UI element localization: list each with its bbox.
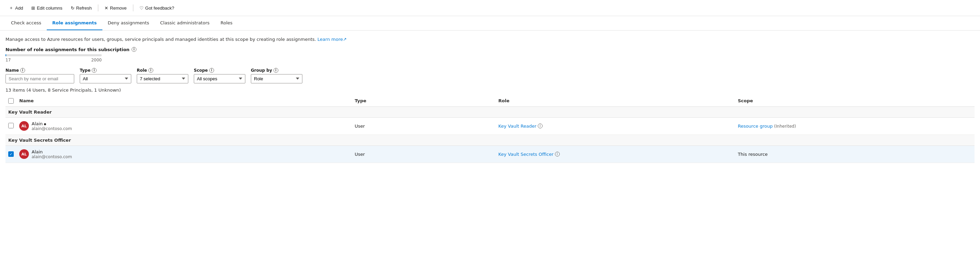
- filter-role-select[interactable]: All7 selected: [137, 74, 188, 84]
- filter-type-info-icon[interactable]: i: [92, 68, 97, 73]
- remove-icon: ✕: [105, 5, 108, 11]
- filter-scope-select[interactable]: All scopesThis resourceInherited: [194, 74, 245, 84]
- header-scope: Scope: [735, 95, 975, 107]
- tabs: Check access Role assignments Deny assig…: [0, 16, 980, 30]
- filter-type-label: Type i: [80, 68, 131, 73]
- progress-bar-fill: [5, 54, 6, 56]
- scope-text: This resource: [738, 152, 768, 157]
- edit-columns-icon: ⊞: [31, 5, 35, 11]
- table-header-row: Name Type Role Scope: [5, 95, 975, 107]
- table-row[interactable]: AL Alain alain@contoso.com User Key Vaul…: [5, 145, 975, 163]
- filters-row: Name i Type i AllUserGroupService Princi…: [5, 68, 975, 84]
- refresh-label: Refresh: [76, 5, 92, 11]
- tab-classic-administrators[interactable]: Classic administrators: [154, 16, 215, 30]
- content-area: Manage access to Azure resources for use…: [0, 30, 980, 169]
- remove-label: Remove: [110, 5, 126, 11]
- progress-current: 17: [5, 58, 11, 62]
- filter-role-label: Role i: [137, 68, 188, 73]
- progress-label: Number of role assignments for this subs…: [5, 47, 975, 52]
- external-link-icon: ↗: [343, 37, 347, 42]
- search-input[interactable]: [5, 74, 74, 84]
- toolbar: ＋ Add ⊞ Edit columns ↻ Refresh ✕ Remove …: [0, 0, 980, 16]
- filter-name-group: Name i: [5, 68, 74, 84]
- dot-indicator: [44, 123, 46, 125]
- name-cell: AL Alain alain@contoso.com: [16, 117, 352, 134]
- refresh-icon: ↻: [71, 5, 75, 11]
- add-label: Add: [15, 5, 23, 11]
- filter-scope-info-icon[interactable]: i: [209, 68, 214, 73]
- scope-cell: This resource: [735, 145, 975, 163]
- tab-role-assignments[interactable]: Role assignments: [47, 16, 102, 30]
- filter-scope-group: Scope i All scopesThis resourceInherited: [194, 68, 245, 84]
- add-button[interactable]: ＋ Add: [5, 3, 27, 13]
- select-all-checkbox[interactable]: [8, 98, 14, 104]
- checkbox-cell: [5, 117, 16, 134]
- filter-name-label: Name i: [5, 68, 74, 73]
- header-role: Role: [495, 95, 735, 107]
- scope-cell: Resource group (Inherited): [735, 117, 975, 134]
- scope-link[interactable]: Resource group: [738, 123, 773, 129]
- edit-columns-label: Edit columns: [37, 5, 62, 11]
- header-type: Type: [352, 95, 495, 107]
- description: Manage access to Azure resources for use…: [5, 36, 975, 43]
- name-cell: AL Alain alain@contoso.com: [16, 145, 352, 163]
- tab-check-access[interactable]: Check access: [5, 16, 47, 30]
- group-label: Key Vault Reader: [5, 106, 975, 117]
- name-primary: Alain: [32, 149, 72, 155]
- progress-info-icon[interactable]: i: [132, 47, 137, 52]
- avatar: AL: [19, 149, 29, 159]
- tab-deny-assignments[interactable]: Deny assignments: [102, 16, 154, 30]
- feedback-label: Got feedback?: [145, 5, 175, 11]
- type-cell: User: [352, 145, 495, 163]
- type-cell: User: [352, 117, 495, 134]
- table-group-row: Key Vault Reader: [5, 106, 975, 117]
- filter-type-select[interactable]: AllUserGroupService PrincipalManaged Ide…: [80, 74, 131, 84]
- description-text: Manage access to Azure resources for use…: [5, 37, 316, 42]
- learn-more-text: Learn more: [318, 37, 343, 42]
- avatar: AL: [19, 121, 29, 131]
- progress-numbers: 17 2000: [5, 58, 102, 62]
- refresh-button[interactable]: ↻ Refresh: [67, 3, 95, 13]
- row-checkbox[interactable]: [8, 123, 14, 128]
- role-cell: Key Vault Secrets Officer i: [495, 145, 735, 163]
- filter-type-group: Type i AllUserGroupService PrincipalMana…: [80, 68, 131, 84]
- header-name: Name: [16, 95, 352, 107]
- checkbox-cell: [5, 145, 16, 163]
- progress-bar-container: [5, 54, 102, 56]
- remove-button[interactable]: ✕ Remove: [101, 3, 130, 13]
- learn-more-link[interactable]: Learn more↗: [318, 37, 347, 42]
- table-body: Key Vault Reader AL Alain alain@contoso.…: [5, 106, 975, 163]
- filter-groupby-select[interactable]: RoleNameTypeScope: [251, 74, 302, 84]
- name-secondary: alain@contoso.com: [32, 155, 72, 159]
- table-group-row: Key Vault Secrets Officer: [5, 134, 975, 145]
- role-info-icon[interactable]: i: [538, 123, 542, 128]
- role-cell: Key Vault Reader i: [495, 117, 735, 134]
- filter-name-info-icon[interactable]: i: [20, 68, 25, 73]
- progress-section: Number of role assignments for this subs…: [5, 47, 975, 62]
- group-label: Key Vault Secrets Officer: [5, 134, 975, 145]
- tab-roles[interactable]: Roles: [215, 16, 238, 30]
- filter-role-info-icon[interactable]: i: [148, 68, 153, 73]
- name-primary: Alain: [32, 121, 72, 126]
- filter-scope-label: Scope i: [194, 68, 245, 73]
- role-info-icon[interactable]: i: [555, 152, 560, 156]
- filter-groupby-group: Group by i RoleNameTypeScope: [251, 68, 302, 84]
- role-link[interactable]: Key Vault Secrets Officer i: [498, 152, 732, 157]
- name-secondary: alain@contoso.com: [32, 126, 72, 131]
- table-row[interactable]: AL Alain alain@contoso.com User Key Vaul…: [5, 117, 975, 134]
- filter-role-group: Role i All7 selected: [137, 68, 188, 84]
- feedback-button[interactable]: ♡ Got feedback?: [136, 3, 178, 13]
- progress-label-text: Number of role assignments for this subs…: [5, 47, 130, 52]
- edit-columns-button[interactable]: ⊞ Edit columns: [28, 3, 66, 13]
- progress-max: 2000: [91, 58, 102, 62]
- items-count: 13 items (4 Users, 8 Service Principals,…: [5, 87, 975, 93]
- header-checkbox-col: [5, 95, 16, 107]
- filter-groupby-label: Group by i: [251, 68, 302, 73]
- feedback-icon: ♡: [140, 5, 144, 11]
- filter-groupby-info-icon[interactable]: i: [274, 68, 278, 73]
- role-link[interactable]: Key Vault Reader i: [498, 123, 732, 129]
- assignments-table: Name Type Role Scope Key Vault Reader AL…: [5, 95, 975, 163]
- row-checkbox[interactable]: [8, 151, 14, 157]
- scope-inherited: (Inherited): [774, 124, 796, 129]
- add-icon: ＋: [9, 5, 13, 11]
